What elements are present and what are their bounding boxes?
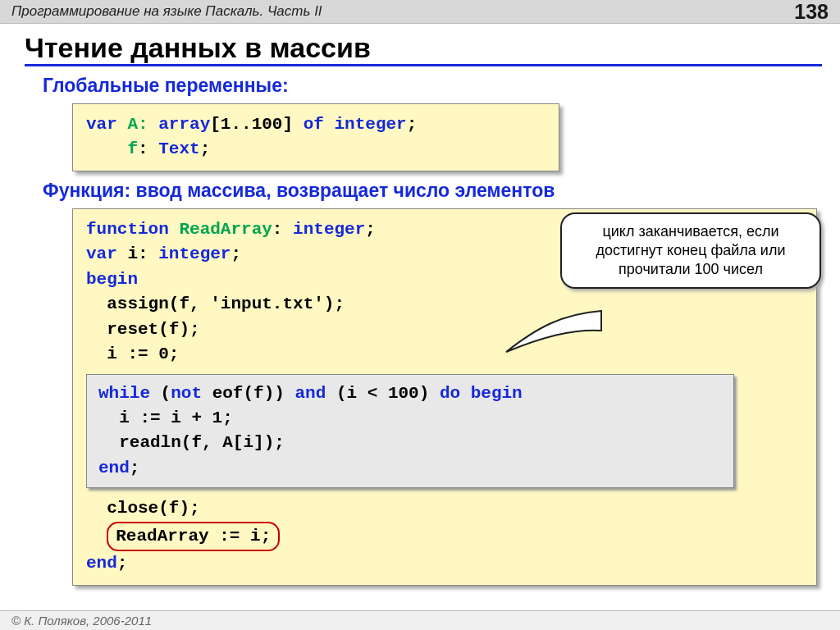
code-function: цикл заканчивается, если достигнут конец… (72, 208, 817, 586)
footer-copyright: © К. Поляков, 2006-2011 (0, 610, 840, 630)
breadcrumb: Программирование на языке Паскаль. Часть… (11, 3, 322, 20)
code-line: reset(f); (86, 317, 803, 342)
code-line: assign(f, 'input.txt'); (86, 292, 803, 317)
breadcrumb-bar: Программирование на языке Паскаль. Часть… (0, 0, 840, 24)
code-line: f: Text; (86, 137, 546, 162)
callout-bubble: цикл заканчивается, если достигнут конец… (560, 212, 821, 289)
code-line: end; (98, 456, 722, 481)
section-globals: Глобальные переменные: (43, 75, 822, 97)
section-function: Функция: ввод массива, возвращает число … (43, 180, 822, 202)
code-line: var A: array[1..100] of integer; (86, 112, 546, 137)
code-globals: var A: array[1..100] of integer; f: Text… (72, 103, 559, 171)
page-number: 138 (794, 0, 829, 24)
page-title: Чтение данных в массив (25, 32, 822, 66)
code-line: end; (86, 551, 803, 576)
highlight-readarray: ReadArray := i; (107, 522, 280, 551)
code-line: ReadArray := i; (86, 522, 803, 551)
code-line: readln(f, A[i]); (98, 431, 722, 455)
code-line: i := 0; (86, 342, 803, 367)
code-line: i := i + 1; (98, 406, 722, 431)
code-line: while (not eof(f)) and (i < 100) do begi… (98, 381, 722, 406)
code-loop-box: while (not eof(f)) and (i < 100) do begi… (86, 374, 734, 489)
code-line: close(f); (86, 496, 803, 521)
